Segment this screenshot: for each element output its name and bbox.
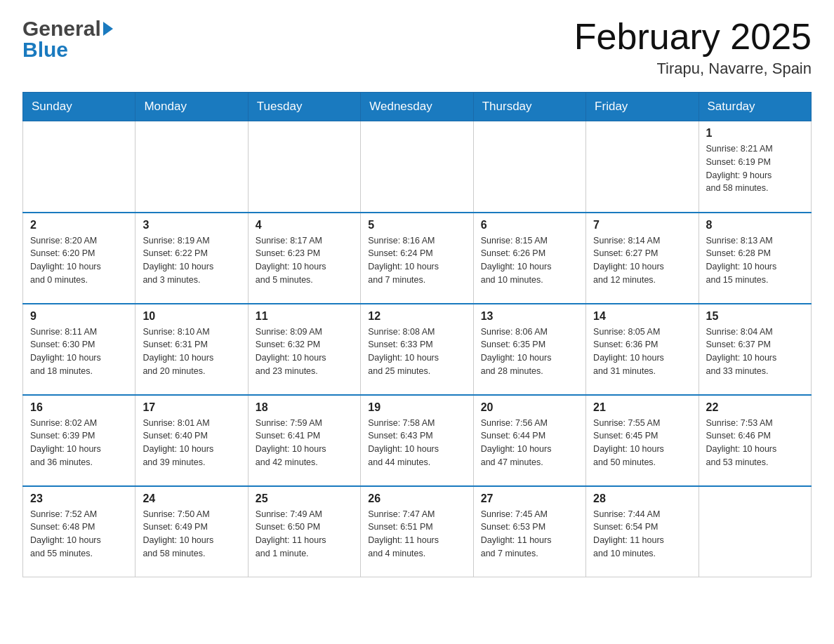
calendar-cell: 23Sunrise: 7:52 AM Sunset: 6:48 PM Dayli… [23, 486, 135, 577]
day-number: 25 [256, 492, 353, 505]
day-info: Sunrise: 8:13 AM Sunset: 6:28 PM Dayligh… [706, 234, 804, 287]
day-number: 15 [706, 310, 804, 323]
calendar-cell: 8Sunrise: 8:13 AM Sunset: 6:28 PM Daylig… [699, 213, 811, 304]
calendar-cell: 5Sunrise: 8:16 AM Sunset: 6:24 PM Daylig… [361, 213, 473, 304]
calendar-cell [248, 121, 360, 213]
day-number: 4 [256, 219, 353, 232]
calendar-cell: 9Sunrise: 8:11 AM Sunset: 6:30 PM Daylig… [23, 304, 135, 395]
calendar-cell: 6Sunrise: 8:15 AM Sunset: 6:26 PM Daylig… [473, 213, 585, 304]
day-number: 6 [481, 219, 578, 232]
day-info: Sunrise: 7:49 AM Sunset: 6:50 PM Dayligh… [256, 508, 353, 561]
day-info: Sunrise: 7:59 AM Sunset: 6:41 PM Dayligh… [256, 417, 353, 469]
day-info: Sunrise: 8:19 AM Sunset: 6:22 PM Dayligh… [143, 234, 240, 287]
day-number: 11 [256, 310, 353, 323]
day-info: Sunrise: 7:52 AM Sunset: 6:48 PM Dayligh… [30, 508, 128, 561]
day-number: 10 [143, 310, 240, 323]
page-header: General Blue February 2025 Tirapu, Navar… [22, 17, 812, 78]
day-number: 1 [706, 127, 804, 140]
calendar-cell [586, 121, 699, 213]
calendar-cell [135, 121, 248, 213]
day-number: 22 [706, 401, 804, 414]
month-title: February 2025 [574, 17, 812, 57]
logo: General Blue [22, 17, 113, 62]
day-number: 21 [593, 401, 691, 414]
day-number: 5 [368, 219, 465, 232]
calendar-table: SundayMondayTuesdayWednesdayThursdayFrid… [22, 92, 812, 577]
week-row-1: 2Sunrise: 8:20 AM Sunset: 6:20 PM Daylig… [23, 213, 812, 304]
day-info: Sunrise: 7:55 AM Sunset: 6:45 PM Dayligh… [593, 417, 691, 469]
day-number: 8 [706, 219, 804, 232]
title-section: February 2025 Tirapu, Navarre, Spain [574, 17, 812, 78]
day-info: Sunrise: 7:53 AM Sunset: 6:46 PM Dayligh… [706, 417, 804, 469]
calendar-cell: 13Sunrise: 8:06 AM Sunset: 6:35 PM Dayli… [473, 304, 585, 395]
day-info: Sunrise: 8:06 AM Sunset: 6:35 PM Dayligh… [481, 326, 578, 378]
day-number: 9 [30, 310, 128, 323]
day-info: Sunrise: 8:20 AM Sunset: 6:20 PM Dayligh… [30, 234, 128, 287]
calendar-cell: 1Sunrise: 8:21 AM Sunset: 6:19 PM Daylig… [699, 121, 811, 213]
calendar-cell: 12Sunrise: 8:08 AM Sunset: 6:33 PM Dayli… [361, 304, 473, 395]
day-number: 23 [30, 492, 128, 505]
day-number: 2 [30, 219, 128, 232]
weekday-header-wednesday: Wednesday [361, 93, 473, 121]
calendar-cell: 14Sunrise: 8:05 AM Sunset: 6:36 PM Dayli… [586, 304, 699, 395]
day-number: 18 [256, 401, 353, 414]
day-info: Sunrise: 8:14 AM Sunset: 6:27 PM Dayligh… [593, 234, 691, 287]
day-info: Sunrise: 8:01 AM Sunset: 6:40 PM Dayligh… [143, 417, 240, 469]
day-number: 19 [368, 401, 465, 414]
day-number: 16 [30, 401, 128, 414]
calendar-cell: 3Sunrise: 8:19 AM Sunset: 6:22 PM Daylig… [135, 213, 248, 304]
weekday-header-sunday: Sunday [23, 93, 135, 121]
calendar-cell: 18Sunrise: 7:59 AM Sunset: 6:41 PM Dayli… [248, 395, 360, 486]
day-number: 3 [143, 219, 240, 232]
calendar-cell: 22Sunrise: 7:53 AM Sunset: 6:46 PM Dayli… [699, 395, 811, 486]
day-info: Sunrise: 7:45 AM Sunset: 6:53 PM Dayligh… [481, 508, 578, 561]
day-info: Sunrise: 8:08 AM Sunset: 6:33 PM Dayligh… [368, 326, 465, 378]
day-number: 13 [481, 310, 578, 323]
calendar-cell [699, 486, 811, 577]
calendar-cell: 17Sunrise: 8:01 AM Sunset: 6:40 PM Dayli… [135, 395, 248, 486]
logo-general-text: General [22, 17, 101, 41]
calendar-cell: 19Sunrise: 7:58 AM Sunset: 6:43 PM Dayli… [361, 395, 473, 486]
day-info: Sunrise: 8:09 AM Sunset: 6:32 PM Dayligh… [256, 326, 353, 378]
calendar-cell: 7Sunrise: 8:14 AM Sunset: 6:27 PM Daylig… [586, 213, 699, 304]
weekday-header-row: SundayMondayTuesdayWednesdayThursdayFrid… [23, 93, 812, 121]
calendar-cell: 4Sunrise: 8:17 AM Sunset: 6:23 PM Daylig… [248, 213, 360, 304]
location-text: Tirapu, Navarre, Spain [574, 60, 812, 78]
weekday-header-friday: Friday [586, 93, 699, 121]
calendar-cell: 2Sunrise: 8:20 AM Sunset: 6:20 PM Daylig… [23, 213, 135, 304]
calendar-cell: 16Sunrise: 8:02 AM Sunset: 6:39 PM Dayli… [23, 395, 135, 486]
day-info: Sunrise: 7:56 AM Sunset: 6:44 PM Dayligh… [481, 417, 578, 469]
day-number: 7 [593, 219, 691, 232]
logo-arrow-icon [103, 22, 113, 36]
weekday-header-thursday: Thursday [473, 93, 585, 121]
calendar-cell [473, 121, 585, 213]
calendar-cell: 21Sunrise: 7:55 AM Sunset: 6:45 PM Dayli… [586, 395, 699, 486]
calendar-cell: 24Sunrise: 7:50 AM Sunset: 6:49 PM Dayli… [135, 486, 248, 577]
day-number: 12 [368, 310, 465, 323]
day-number: 20 [481, 401, 578, 414]
weekday-header-saturday: Saturday [699, 93, 811, 121]
calendar-cell: 26Sunrise: 7:47 AM Sunset: 6:51 PM Dayli… [361, 486, 473, 577]
day-number: 24 [143, 492, 240, 505]
calendar-cell [23, 121, 135, 213]
calendar-cell: 28Sunrise: 7:44 AM Sunset: 6:54 PM Dayli… [586, 486, 699, 577]
day-info: Sunrise: 8:21 AM Sunset: 6:19 PM Dayligh… [706, 142, 804, 195]
day-number: 26 [368, 492, 465, 505]
week-row-2: 9Sunrise: 8:11 AM Sunset: 6:30 PM Daylig… [23, 304, 812, 395]
calendar-cell: 15Sunrise: 8:04 AM Sunset: 6:37 PM Dayli… [699, 304, 811, 395]
day-number: 27 [481, 492, 578, 505]
day-info: Sunrise: 8:04 AM Sunset: 6:37 PM Dayligh… [706, 326, 804, 378]
calendar-cell: 27Sunrise: 7:45 AM Sunset: 6:53 PM Dayli… [473, 486, 585, 577]
day-info: Sunrise: 8:10 AM Sunset: 6:31 PM Dayligh… [143, 326, 240, 378]
week-row-3: 16Sunrise: 8:02 AM Sunset: 6:39 PM Dayli… [23, 395, 812, 486]
day-info: Sunrise: 7:50 AM Sunset: 6:49 PM Dayligh… [143, 508, 240, 561]
week-row-4: 23Sunrise: 7:52 AM Sunset: 6:48 PM Dayli… [23, 486, 812, 577]
day-info: Sunrise: 8:16 AM Sunset: 6:24 PM Dayligh… [368, 234, 465, 287]
day-info: Sunrise: 8:15 AM Sunset: 6:26 PM Dayligh… [481, 234, 578, 287]
day-info: Sunrise: 7:47 AM Sunset: 6:51 PM Dayligh… [368, 508, 465, 561]
logo-blue-text: Blue [22, 38, 113, 62]
day-info: Sunrise: 8:11 AM Sunset: 6:30 PM Dayligh… [30, 326, 128, 378]
calendar-cell: 11Sunrise: 8:09 AM Sunset: 6:32 PM Dayli… [248, 304, 360, 395]
weekday-header-monday: Monday [135, 93, 248, 121]
day-number: 14 [593, 310, 691, 323]
